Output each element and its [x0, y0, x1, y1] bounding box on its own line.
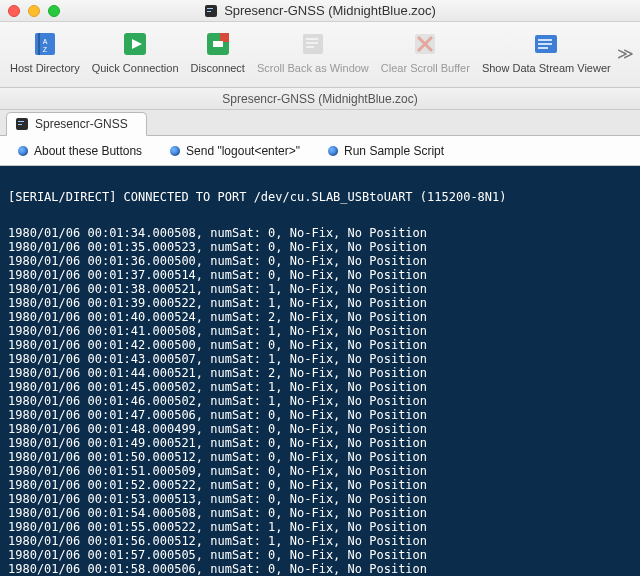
book-icon: AZ	[29, 28, 61, 60]
button-label: Send "logout<enter>"	[186, 144, 300, 158]
send-logout-button[interactable]: Send "logout<enter>"	[170, 144, 300, 158]
window-titlebar: Spresencr-GNSS (MidnightBlue.zoc)	[0, 0, 640, 22]
svg-rect-1	[207, 8, 213, 9]
toolbar-overflow-button[interactable]: ≫	[617, 44, 634, 63]
connect-icon	[119, 28, 151, 60]
svg-rect-13	[306, 38, 318, 40]
bullet-icon	[18, 146, 28, 156]
disconnect-button[interactable]: Disconnect	[187, 26, 249, 76]
terminal-document-icon	[204, 4, 218, 18]
clear-scroll-buffer-button: Clear Scroll Buffer	[377, 26, 474, 76]
svg-rect-15	[306, 46, 314, 48]
bullet-icon	[328, 146, 338, 156]
button-label: About these Buttons	[34, 144, 142, 158]
toolbar-label: Quick Connection	[92, 62, 179, 74]
terminal-header-line: [SERIAL/DIRECT] CONNECTED TO PORT /dev/c…	[8, 190, 632, 204]
toolbar-label: Scroll Back as Window	[257, 62, 369, 74]
quick-buttons-bar: About these Buttons Send "logout<enter>"…	[0, 136, 640, 166]
svg-rect-10	[220, 33, 229, 42]
disconnect-icon	[202, 28, 234, 60]
svg-rect-2	[207, 11, 211, 12]
data-stream-viewer-button[interactable]: Show Data Stream Viewer	[478, 26, 615, 76]
clear-buffer-icon	[409, 28, 441, 60]
about-buttons-button[interactable]: About these Buttons	[18, 144, 142, 158]
host-directory-button[interactable]: AZ Host Directory	[6, 26, 84, 76]
tab-strip: Spresencr-GNSS	[0, 110, 640, 136]
svg-rect-25	[18, 124, 22, 125]
toolbar-label: Host Directory	[10, 62, 80, 74]
svg-rect-24	[18, 121, 24, 122]
svg-text:A: A	[43, 38, 48, 45]
stream-viewer-icon	[530, 28, 562, 60]
svg-rect-14	[306, 42, 318, 44]
svg-rect-4	[38, 33, 40, 55]
run-sample-script-button[interactable]: Run Sample Script	[328, 144, 444, 158]
toolbar-label: Clear Scroll Buffer	[381, 62, 470, 74]
toolbar-label: Disconnect	[191, 62, 245, 74]
svg-rect-11	[213, 41, 223, 47]
main-toolbar: AZ Host Directory Quick Connection Disco…	[0, 22, 640, 88]
scrollback-window-icon	[297, 28, 329, 60]
svg-rect-21	[538, 43, 552, 45]
button-label: Run Sample Script	[344, 144, 444, 158]
session-label: Spresencr-GNSS (MidnightBlue.zoc)	[222, 92, 417, 106]
terminal-output[interactable]: [SERIAL/DIRECT] CONNECTED TO PORT /dev/c…	[0, 166, 640, 576]
window-title: Spresencr-GNSS (MidnightBlue.zoc)	[224, 3, 436, 18]
session-tab[interactable]: Spresencr-GNSS	[6, 112, 147, 136]
bullet-icon	[170, 146, 180, 156]
session-label-bar: Spresencr-GNSS (MidnightBlue.zoc)	[0, 88, 640, 110]
svg-text:Z: Z	[43, 46, 48, 53]
toolbar-label: Show Data Stream Viewer	[482, 62, 611, 74]
quick-connection-button[interactable]: Quick Connection	[88, 26, 183, 76]
scroll-back-window-button: Scroll Back as Window	[253, 26, 373, 76]
terminal-lines: 1980/01/06 00:01:34.000508, numSat: 0, N…	[8, 226, 632, 576]
svg-rect-20	[538, 39, 552, 41]
svg-rect-22	[538, 47, 548, 49]
tab-label: Spresencr-GNSS	[35, 117, 128, 131]
terminal-document-icon	[15, 117, 29, 131]
